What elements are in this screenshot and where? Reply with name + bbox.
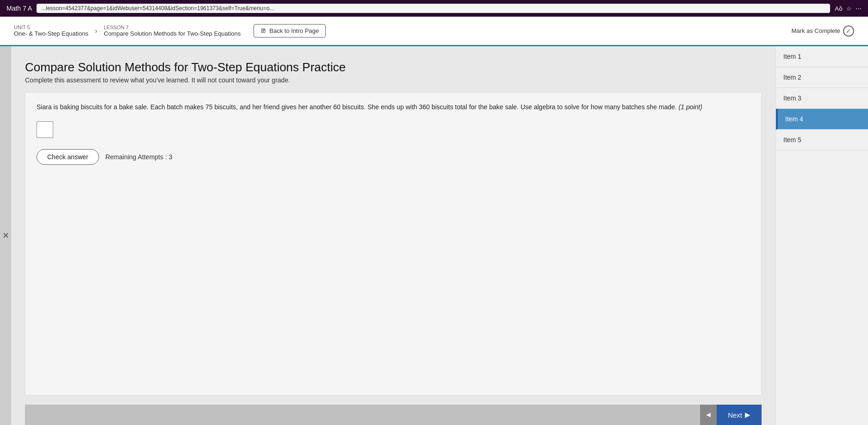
back-to-intro-button[interactable]: 🖹 Back to Intro Page: [254, 24, 326, 38]
url-bar[interactable]: ...lesson=4542377&page=1&idWebuser=54314…: [37, 4, 830, 13]
check-answer-button[interactable]: Check answer: [37, 149, 99, 165]
settings-icon[interactable]: Aǒ: [835, 5, 843, 12]
sidebar-item-2[interactable]: Item 2: [776, 67, 868, 88]
sidebar-item-3[interactable]: Item 3: [776, 88, 868, 109]
more-icon[interactable]: ⋯: [856, 5, 862, 12]
point-label: (1 point): [679, 103, 702, 111]
sidebar-item-1[interactable]: Item 1: [776, 46, 868, 67]
answer-input-box[interactable]: [37, 121, 53, 138]
left-sidebar-toggle[interactable]: ✕: [0, 46, 11, 425]
mark-complete-icon[interactable]: ✓: [843, 25, 854, 37]
prev-button[interactable]: ◄: [700, 405, 717, 425]
nav-bar: UNIT 5 One- & Two-Step Equations › LESSO…: [0, 17, 868, 46]
sidebar-item-4[interactable]: Item 4: [776, 109, 868, 130]
remaining-attempts: Remaining Attempts : 3: [105, 153, 173, 161]
question-body: Siara is baking biscuits for a bake sale…: [37, 103, 677, 111]
main-wrapper: ✕ Compare Solution Methods for Two-Step …: [0, 46, 868, 425]
unit-name: One- & Two-Step Equations: [14, 30, 88, 37]
lesson-name: Compare Solution Methods for Two-Step Eq…: [104, 30, 241, 37]
back-icon: 🖹: [260, 27, 267, 34]
lesson-breadcrumb: LESSON 7 Compare Solution Methods for Tw…: [104, 25, 241, 37]
mark-complete-area: Mark as Complete ✓: [792, 25, 854, 37]
browser-icons: Aǒ ☆ ⋯: [835, 5, 862, 12]
sidebar-item-5[interactable]: Item 5: [776, 130, 868, 150]
page-subtitle: Complete this assessment to review what …: [25, 76, 762, 84]
unit-breadcrumb: UNIT 5 One- & Two-Step Equations: [14, 25, 88, 37]
star-icon[interactable]: ☆: [846, 5, 852, 12]
next-label: Next: [728, 411, 742, 419]
unit-label: UNIT 5: [14, 25, 88, 30]
breadcrumb: UNIT 5 One- & Two-Step Equations › LESSO…: [14, 24, 792, 38]
right-sidebar: Item 1Item 2Item 3Item 4Item 5: [775, 46, 868, 425]
check-answer-row: Check answer Remaining Attempts : 3: [37, 149, 750, 165]
mark-complete-label: Mark as Complete: [792, 27, 840, 34]
page-title: Compare Solution Methods for Two-Step Eq…: [25, 60, 762, 75]
lesson-label: LESSON 7: [104, 25, 241, 30]
browser-chrome: Math 7 A ...lesson=4542377&page=1&idWebu…: [0, 0, 868, 17]
question-card: Siara is baking biscuits for a bake sale…: [25, 92, 762, 395]
question-text: Siara is baking biscuits for a bake sale…: [37, 102, 750, 112]
back-btn-label: Back to Intro Page: [269, 27, 319, 34]
page-title-block: Compare Solution Methods for Two-Step Eq…: [25, 60, 762, 84]
content-area: Compare Solution Methods for Two-Step Eq…: [11, 46, 775, 425]
bottom-navigation-bar: ◄ Next ▶: [25, 405, 762, 425]
prev-icon: ◄: [705, 411, 712, 419]
breadcrumb-chevron: ›: [95, 27, 97, 35]
next-icon: ▶: [745, 411, 750, 419]
next-button[interactable]: Next ▶: [717, 405, 762, 425]
close-icon: ✕: [2, 231, 9, 241]
browser-title: Math 7 A: [6, 5, 32, 12]
